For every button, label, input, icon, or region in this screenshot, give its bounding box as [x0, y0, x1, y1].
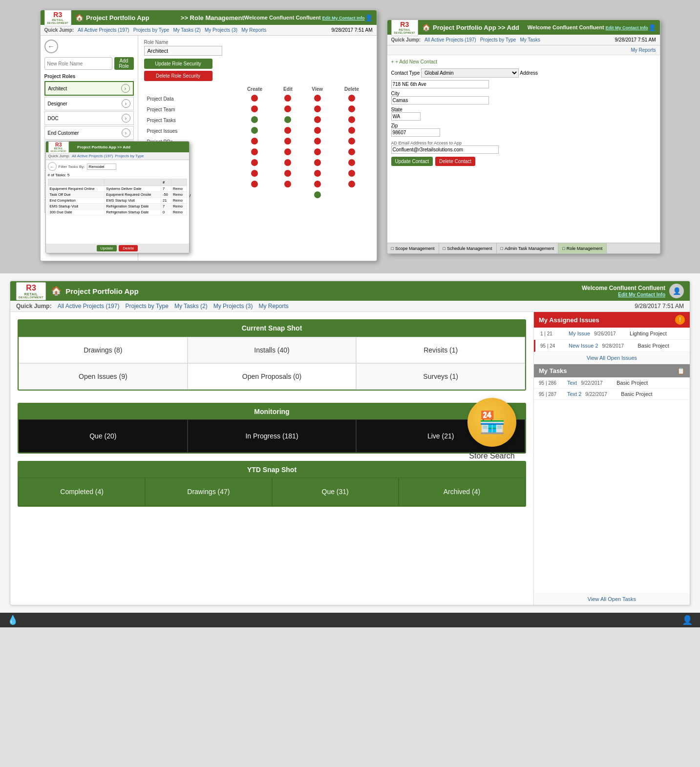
ytd-cell-que[interactable]: Que (31)	[272, 477, 399, 506]
main-avatar[interactable]: 👤	[669, 284, 684, 298]
rqj-projects-type[interactable]: Projects by Type	[480, 37, 516, 42]
nav-my-tasks[interactable]: My Tasks (2)	[174, 303, 208, 310]
issue-link-2[interactable]: New Issue 2	[569, 343, 598, 349]
new-role-input[interactable]	[44, 57, 112, 70]
my-tasks-link[interactable]: My Tasks (2)	[173, 27, 201, 33]
user-avatar[interactable]: 👤	[365, 14, 373, 21]
right-edit-link[interactable]: Edit My Contact Info	[606, 25, 648, 30]
all-projects-link[interactable]: All Active Projects (197)	[78, 27, 129, 33]
delete-security-button[interactable]: Delete Role Security	[144, 71, 212, 81]
role-arrow-endcustomer[interactable]: ›	[122, 128, 130, 137]
monitor-cell-que[interactable]: Que (20)	[19, 419, 188, 453]
dot	[348, 181, 355, 187]
main-content: Current Snap Shot Drawings (8) Installs …	[10, 312, 533, 605]
table-row: EMS Startup VisitRefrigeration Startup D…	[48, 204, 187, 209]
snap-cell-drawings[interactable]: Drawings (8)	[19, 337, 188, 363]
snap-cell-installs[interactable]: Installs (40)	[188, 337, 357, 363]
main-app-title: Project Portfolio App	[65, 287, 582, 295]
issue-project-2: Basic Project	[638, 343, 669, 349]
person-icon[interactable]: 👤	[682, 615, 693, 625]
back-button[interactable]: ←	[44, 40, 58, 53]
update-contact-btn[interactable]: Update Contact	[391, 157, 433, 166]
dot	[348, 105, 355, 112]
tab-schedule-mgmt[interactable]: □ Schedule Management	[439, 243, 497, 253]
update-security-button[interactable]: Update Role Security	[144, 59, 212, 69]
nav-my-projects[interactable]: My Projects (3)	[213, 303, 253, 310]
home-icon[interactable]: 🏠	[75, 14, 84, 21]
add-role-button[interactable]: Add Role	[114, 57, 134, 70]
dot	[314, 116, 321, 123]
view-all-tasks-btn[interactable]: View All Open Tasks	[534, 593, 690, 605]
state-input[interactable]	[391, 112, 421, 121]
my-projects-link[interactable]: My Projects (3)	[205, 27, 237, 33]
projects-by-type-link[interactable]: Projects by Type	[133, 27, 170, 33]
dot	[314, 148, 321, 155]
table-row: End CompletionEMS Startup Visit21Remo	[48, 198, 187, 204]
tab-scope-mgmt[interactable]: □ Scope Management	[387, 243, 439, 253]
task-link-1[interactable]: Text	[567, 380, 577, 386]
small-app-title: Project Portfolio App >> Add	[77, 145, 130, 149]
monitor-cell-inprogress[interactable]: In Progress (181)	[188, 419, 357, 453]
role-item-architect[interactable]: Architect ›	[44, 81, 134, 96]
perm-col-delete: Delete	[333, 85, 370, 93]
ytd-cell-drawings[interactable]: Drawings (47)	[145, 477, 272, 506]
update-small-btn[interactable]: Update	[97, 245, 117, 251]
table-row: 300 Due DateRefrigeration Startup Date0R…	[48, 209, 187, 215]
task-link-2[interactable]: Text 2	[567, 391, 581, 397]
snap-cell-openissues[interactable]: Open Issues (9)	[19, 363, 188, 390]
my-reports-link[interactable]: My Reports	[631, 47, 656, 53]
dot	[348, 170, 355, 177]
filter-input[interactable]	[87, 164, 116, 170]
snap-cell-openproposals[interactable]: Open Proposals (0)	[188, 363, 357, 390]
store-search-icon[interactable]: 🏪	[467, 398, 516, 447]
rqj-all-projects[interactable]: All Active Projects (197)	[424, 37, 476, 42]
issue-row-2: 95 | 24 New Issue 2 9/28/2017 Basic Proj…	[534, 340, 690, 352]
role-arrow-architect[interactable]: ›	[121, 84, 130, 93]
table-row: Equipment Required OnlineSystems Deliver…	[48, 186, 187, 192]
right-welcome: Welcome Confluent Confluent Edit My Cont…	[528, 24, 648, 30]
address-input[interactable]	[391, 80, 489, 88]
right-home-icon[interactable]: 🏠	[422, 23, 430, 31]
perm-col-create: Create	[235, 85, 274, 93]
ytd-cell-completed[interactable]: Completed (4)	[19, 477, 145, 506]
main-home-icon[interactable]: 🏠	[51, 286, 62, 296]
main-edit-link[interactable]: Edit My Contact Info	[618, 292, 665, 297]
ytd-section: YTD Snap Shot Completed (4) Drawings (47…	[18, 461, 526, 507]
right-avatar[interactable]: 👤	[648, 24, 656, 31]
dot	[284, 191, 291, 198]
task-row-1: 95 | 286 Text 9/22/2017 Basic Project	[534, 377, 690, 389]
zip-input[interactable]	[391, 128, 440, 137]
tab-role-mgmt[interactable]: □ Role Management	[558, 243, 607, 253]
contact-type-select[interactable]: Global Admin	[421, 68, 519, 78]
task-date-1: 9/22/2017	[581, 380, 613, 386]
role-arrow-doc[interactable]: ›	[122, 114, 130, 123]
store-search-area[interactable]: 🏪 Store Search	[467, 398, 516, 460]
small-footer: Update Delete	[46, 244, 189, 253]
role-item-endcustomer[interactable]: End Customer ›	[44, 126, 134, 140]
view-all-issues-btn[interactable]: View All Open Issues	[534, 352, 690, 364]
monitoring-section: Monitoring Que (20) In Progress (181) Li…	[18, 403, 526, 454]
role-item-designer[interactable]: Designer ›	[44, 97, 134, 110]
ytd-cell-archived[interactable]: Archived (4)	[399, 477, 525, 506]
city-input[interactable]	[391, 96, 489, 104]
role-item-doc[interactable]: DOC ›	[44, 111, 134, 125]
nav-all-projects[interactable]: All Active Projects (197)	[58, 303, 120, 310]
small-back-btn[interactable]: ←	[48, 162, 57, 171]
snap-cell-surveys[interactable]: Surveys (1)	[356, 363, 525, 390]
tab-admin-task-mgmt[interactable]: □ Admin Task Management	[497, 243, 559, 253]
delete-contact-btn[interactable]: Delete Contact	[435, 157, 475, 166]
edit-contact-link[interactable]: Edit My Contact Info	[322, 16, 365, 21]
my-reports-link[interactable]: My Reports	[241, 27, 266, 33]
role-arrow-designer[interactable]: ›	[122, 99, 130, 108]
nav-my-reports[interactable]: My Reports	[258, 303, 288, 310]
dot	[251, 191, 258, 198]
footer-tabs: □ Scope Management □ Schedule Management…	[387, 243, 660, 253]
ad-email-input[interactable]	[391, 145, 499, 154]
snap-cell-revisits[interactable]: Revisits (1)	[356, 337, 525, 363]
add-contact-btn[interactable]: + + Add New Contact	[391, 59, 656, 64]
rqj-my-tasks[interactable]: My Tasks	[520, 37, 540, 42]
nav-projects-by-type[interactable]: Projects by Type	[125, 303, 169, 310]
issue-link-1[interactable]: My Issue	[569, 331, 590, 336]
delete-small-btn[interactable]: Delete	[119, 245, 138, 251]
right-r3-logo: R3 RETAIL DEVELOPMENT	[391, 20, 419, 36]
